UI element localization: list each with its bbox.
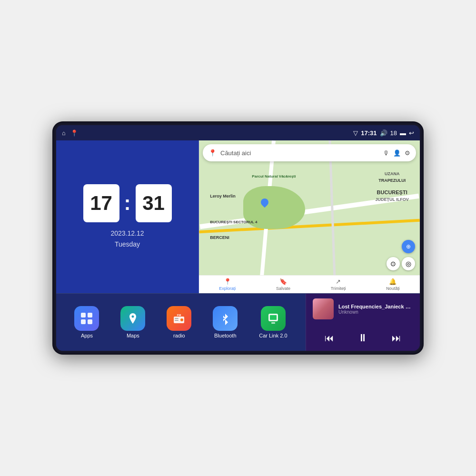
svg-text:FM: FM xyxy=(177,314,181,317)
map-navigate-btn[interactable]: ⊕ xyxy=(402,240,415,253)
map-search-right: 🎙 👤 ⚙ xyxy=(383,149,410,157)
map-mic-icon[interactable]: 🎙 xyxy=(383,149,389,157)
apps-svg-icon xyxy=(80,312,93,325)
map-compass[interactable]: ◎ xyxy=(402,257,415,270)
music-play-button[interactable]: ⏸ xyxy=(354,330,372,346)
map-background: Parcul Natural Văcărești Leroy Merlin BU… xyxy=(199,140,420,293)
radio-svg-icon: FM xyxy=(172,312,186,325)
radio-label: radio xyxy=(173,333,185,338)
app-item-maps[interactable]: Maps xyxy=(120,306,145,338)
battery-icon: ▬ xyxy=(400,129,406,137)
carlink-svg-icon xyxy=(267,312,280,325)
map-more-icon[interactable]: ⚙ xyxy=(405,149,410,157)
map-location-labels: UZANA TRAPEZULUI BUCUREȘTI JUDEȚUL ILFOV xyxy=(375,171,408,203)
clock-date: 2023.12.12 Tuesday xyxy=(110,228,144,249)
google-maps-icon: 📍 xyxy=(208,149,217,157)
svg-rect-0 xyxy=(81,313,86,317)
clock-hours: 17 xyxy=(90,192,112,215)
bluetooth-icon xyxy=(213,306,238,331)
music-title: Lost Frequencies_Janieck Devy-... xyxy=(338,304,413,309)
map-label-sector: BUCUREȘTI SECTORUL 4 xyxy=(210,220,257,224)
app-item-radio[interactable]: FM radio xyxy=(167,306,191,338)
app-item-apps[interactable]: Apps xyxy=(74,306,99,338)
map-label-leroy: Leroy Merlin xyxy=(210,194,236,198)
map-nav-news-label: Noutăți xyxy=(386,286,400,291)
map-label-judet: JUDEȚUL ILFOV xyxy=(375,197,408,203)
svg-rect-2 xyxy=(81,319,86,324)
music-thumb-image xyxy=(313,298,334,319)
clock-day: Tuesday xyxy=(110,239,144,249)
map-nav-explore-icon: 📍 xyxy=(224,278,231,285)
map-nav-explore-label: Explorați xyxy=(219,286,236,291)
apps-dock: Apps Maps xyxy=(56,294,306,351)
carlink-icon xyxy=(261,306,286,331)
bluetooth-label: Bluetooth xyxy=(214,333,236,338)
battery-percent: 18 xyxy=(390,129,397,137)
app-item-carlink[interactable]: Car Link 2.0 xyxy=(259,306,287,338)
car-head-unit: ⌂ 📍 ▽ 17:31 🔊 18 ▬ ↩ 17 xyxy=(52,121,424,355)
home-icon[interactable]: ⌂ xyxy=(62,129,66,137)
volume-icon[interactable]: 🔊 xyxy=(380,129,387,137)
map-nav-share-label: Trimiteți xyxy=(331,286,346,291)
app-item-bluetooth[interactable]: Bluetooth xyxy=(213,306,238,338)
map-nav-news-icon: 🔔 xyxy=(389,278,397,285)
bottom-row: Apps Maps xyxy=(56,294,420,351)
carlink-label: Car Link 2.0 xyxy=(259,333,287,338)
maps-label: Maps xyxy=(127,333,139,338)
map-search-bar[interactable]: 📍 Căutați aici 🎙 👤 ⚙ xyxy=(203,144,416,161)
map-search-placeholder[interactable]: Căutați aici xyxy=(220,149,379,157)
svg-rect-6 xyxy=(175,318,178,319)
map-panel[interactable]: Parcul Natural Văcărești Leroy Merlin BU… xyxy=(199,140,420,293)
maps-svg-icon xyxy=(126,312,139,325)
map-nav-share-icon: ↗ xyxy=(336,278,341,285)
music-prev-button[interactable]: ⏮ xyxy=(321,331,338,346)
map-label-bucuresti: BUCUREȘTI xyxy=(375,188,408,197)
map-label-park: Parcul Natural Văcărești xyxy=(252,174,296,178)
music-next-button[interactable]: ⏭ xyxy=(388,331,405,346)
map-nav-news[interactable]: 🔔 Noutăți xyxy=(386,278,400,291)
apps-label: Apps xyxy=(81,333,93,338)
clock-date-value: 2023.12.12 xyxy=(110,228,144,238)
top-row: 17 : 31 2023.12.12 Tuesday xyxy=(56,140,420,294)
map-nav-saved-label: Salvate xyxy=(276,286,290,291)
svg-rect-11 xyxy=(271,322,275,324)
map-nav-saved-icon: 🔖 xyxy=(279,278,287,285)
status-left-icons: ⌂ 📍 xyxy=(62,129,78,137)
status-right-icons: ▽ 17:31 🔊 18 ▬ ↩ xyxy=(353,129,414,137)
music-details: Lost Frequencies_Janieck Devy-... Unknow… xyxy=(338,304,413,315)
clock-colon: : xyxy=(124,192,131,215)
maps-icon xyxy=(120,306,145,331)
map-label-trapezului: TRAPEZULUI xyxy=(375,178,408,184)
map-account-icon[interactable]: 👤 xyxy=(393,149,401,157)
music-thumbnail xyxy=(313,298,334,319)
music-info-row: Lost Frequencies_Janieck Devy-... Unknow… xyxy=(313,298,413,319)
clock-digits: 17 : 31 xyxy=(83,184,172,222)
map-label-berceni: BERCENI xyxy=(210,235,229,240)
map-layer-btn[interactable]: ⊙ xyxy=(387,257,400,270)
main-content: 17 : 31 2023.12.12 Tuesday xyxy=(56,140,420,351)
music-player: Lost Frequencies_Janieck Devy-... Unknow… xyxy=(306,294,420,351)
maps-status-icon[interactable]: 📍 xyxy=(70,129,78,137)
status-bar: ⌂ 📍 ▽ 17:31 🔊 18 ▬ ↩ xyxy=(56,125,420,140)
map-bottom-bar: 📍 Explorați 🔖 Salvate ↗ Trimiteți 🔔 xyxy=(199,275,420,293)
map-road-v2 xyxy=(329,140,337,293)
svg-rect-1 xyxy=(88,313,92,317)
map-nav-explorати[interactable]: 📍 Explorați xyxy=(219,278,236,291)
svg-rect-3 xyxy=(88,319,92,324)
signal-icon: ▽ xyxy=(353,129,358,137)
clock-minutes: 31 xyxy=(142,192,165,215)
clock-panel: 17 : 31 2023.12.12 Tuesday xyxy=(56,140,199,293)
back-icon[interactable]: ↩ xyxy=(409,129,414,137)
clock-minutes-block: 31 xyxy=(136,184,172,222)
map-nav-share[interactable]: ↗ Trimiteți xyxy=(331,278,346,291)
clock-hours-block: 17 xyxy=(83,184,119,222)
radio-icon: FM xyxy=(167,306,191,331)
map-label-uzana: UZANA xyxy=(375,171,408,178)
svg-point-5 xyxy=(180,318,183,321)
apps-icon xyxy=(74,306,99,331)
bluetooth-svg-icon xyxy=(218,312,232,325)
svg-rect-7 xyxy=(175,320,178,321)
status-time: 17:31 xyxy=(361,129,377,137)
music-controls: ⏮ ⏸ ⏭ xyxy=(313,330,413,346)
map-nav-saved[interactable]: 🔖 Salvate xyxy=(276,278,290,291)
